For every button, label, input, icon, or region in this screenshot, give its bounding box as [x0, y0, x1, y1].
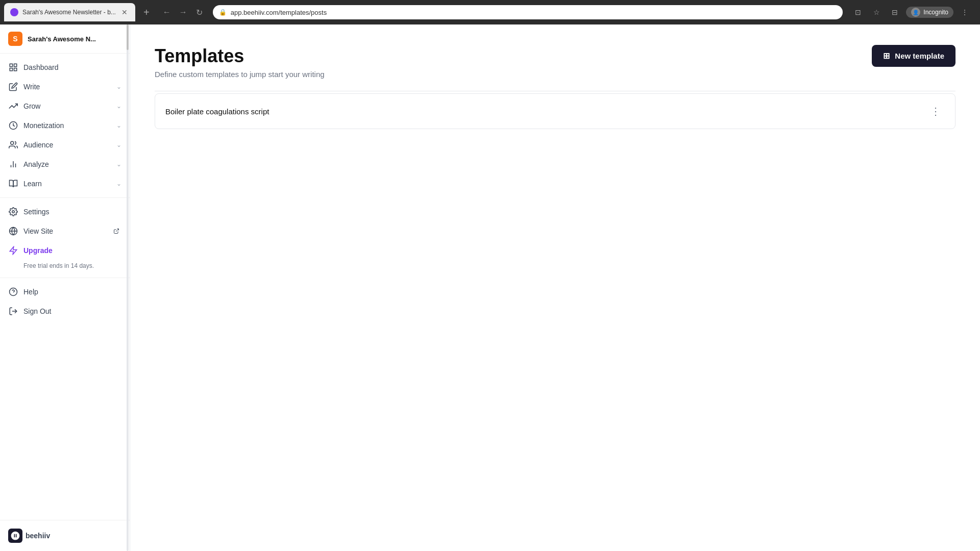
- incognito-icon: 👤: [911, 8, 920, 17]
- learn-icon: [8, 179, 18, 189]
- svg-rect-2: [10, 68, 12, 71]
- address-text: app.beehiiv.com/templates/posts: [231, 9, 837, 16]
- sidebar-item-sign-out[interactable]: Sign Out: [0, 302, 130, 321]
- tab-favicon: [10, 8, 18, 16]
- analyze-icon: [8, 159, 18, 169]
- monetization-icon: [8, 120, 18, 131]
- upgrade-label: Upgrade: [23, 246, 121, 255]
- newsletter-name: Sarah's Awesome N...: [28, 35, 96, 43]
- grow-label: Grow: [23, 102, 111, 110]
- sidebar-nav: Dashboard Write ⌄ Grow ⌄: [0, 54, 130, 520]
- sidebar-item-grow[interactable]: Grow ⌄: [0, 96, 130, 116]
- analyze-label: Analyze: [23, 160, 111, 168]
- audience-icon: [8, 140, 18, 150]
- learn-label: Learn: [23, 180, 111, 188]
- page-title-section: Templates Define custom templates to jum…: [155, 45, 325, 79]
- browser-chrome: Sarah's Awesome Newsletter - b... ✕ + ← …: [0, 0, 980, 24]
- app: S Sarah's Awesome N... Dashboard Write ⌄: [0, 24, 980, 551]
- cast-icon[interactable]: ⊡: [851, 5, 865, 19]
- sidebar-item-monetization[interactable]: Monetization ⌄: [0, 116, 130, 135]
- svg-marker-13: [10, 247, 17, 255]
- newsletter-avatar: S: [8, 32, 22, 46]
- browser-tab[interactable]: Sarah's Awesome Newsletter - b... ✕: [4, 3, 135, 21]
- svg-rect-3: [14, 68, 17, 71]
- sidebar-item-write[interactable]: Write ⌄: [0, 77, 130, 96]
- dashboard-label: Dashboard: [23, 63, 121, 71]
- sign-out-icon: [8, 306, 18, 316]
- incognito-badge[interactable]: 👤 Incognito: [906, 7, 953, 18]
- tab-close-button[interactable]: ✕: [120, 8, 129, 17]
- template-name: Boiler plate coagulations script: [165, 107, 269, 116]
- help-icon: [8, 287, 18, 297]
- beehiiv-logo: beehiiv: [8, 529, 50, 543]
- new-template-label: New template: [895, 52, 944, 60]
- sidebar-item-learn[interactable]: Learn ⌄: [0, 174, 130, 193]
- beehiiv-label: beehiiv: [26, 532, 50, 540]
- browser-nav: ← → ↻: [158, 5, 209, 19]
- browser-actions: ⊡ ☆ ⊟ 👤 Incognito ⋮: [847, 5, 976, 19]
- view-site-icon: [8, 226, 18, 236]
- write-icon: [8, 82, 18, 92]
- refresh-button[interactable]: ↻: [192, 5, 207, 19]
- dashboard-icon: [8, 62, 18, 72]
- template-list: Boiler plate coagulations script ⋮: [155, 93, 955, 129]
- help-label: Help: [23, 288, 121, 296]
- sign-out-label: Sign Out: [23, 307, 121, 315]
- new-tab-button[interactable]: +: [139, 5, 154, 19]
- more-options-icon[interactable]: ⋮: [958, 5, 972, 19]
- monetization-label: Monetization: [23, 121, 111, 130]
- back-button[interactable]: ←: [160, 5, 174, 19]
- sidebar-toggle-icon[interactable]: ⊟: [888, 5, 902, 19]
- template-btn-icon: ⊞: [883, 51, 890, 61]
- svg-rect-0: [10, 64, 12, 66]
- settings-label: Settings: [23, 208, 121, 216]
- external-link-icon: [111, 226, 121, 236]
- sidebar-scrollbar[interactable]: [126, 24, 130, 551]
- sidebar: S Sarah's Awesome N... Dashboard Write ⌄: [0, 24, 130, 551]
- svg-point-5: [11, 141, 14, 144]
- sidebar-item-settings[interactable]: Settings: [0, 202, 130, 221]
- learn-chevron-icon: ⌄: [116, 180, 121, 187]
- audience-label: Audience: [23, 141, 111, 149]
- sidebar-item-view-site[interactable]: View Site: [0, 221, 130, 241]
- main-content: Templates Define custom templates to jum…: [130, 24, 980, 551]
- sidebar-item-help[interactable]: Help: [0, 282, 130, 302]
- write-label: Write: [23, 83, 111, 91]
- trial-notice: Free trial ends in 14 days.: [0, 260, 130, 273]
- page-header: Templates Define custom templates to jum…: [155, 45, 955, 79]
- beehiiv-icon: [8, 529, 22, 543]
- analyze-chevron-icon: ⌄: [116, 161, 121, 168]
- page-subtitle: Define custom templates to jump start yo…: [155, 70, 325, 79]
- page-title: Templates: [155, 45, 325, 67]
- forward-button[interactable]: →: [176, 5, 190, 19]
- audience-chevron-icon: ⌄: [116, 141, 121, 148]
- sidebar-item-audience[interactable]: Audience ⌄: [0, 135, 130, 155]
- monetization-chevron-icon: ⌄: [116, 122, 121, 129]
- template-item: Boiler plate coagulations script ⋮: [155, 93, 955, 129]
- sidebar-header: S Sarah's Awesome N...: [0, 24, 130, 54]
- lightning-icon: [8, 245, 18, 256]
- svg-point-9: [12, 211, 15, 213]
- tab-title: Sarah's Awesome Newsletter - b...: [22, 9, 116, 16]
- new-template-button[interactable]: ⊞ New template: [872, 45, 955, 67]
- svg-rect-1: [14, 64, 17, 66]
- sidebar-item-dashboard[interactable]: Dashboard: [0, 58, 130, 77]
- grow-chevron-icon: ⌄: [116, 103, 121, 110]
- sidebar-item-analyze[interactable]: Analyze ⌄: [0, 155, 130, 174]
- svg-line-12: [116, 229, 119, 232]
- sidebar-footer: beehiiv: [0, 520, 130, 551]
- template-menu-button[interactable]: ⋮: [926, 103, 945, 119]
- sidebar-item-upgrade[interactable]: Upgrade: [0, 241, 130, 260]
- grow-icon: [8, 101, 18, 111]
- incognito-label: Incognito: [923, 9, 948, 16]
- write-chevron-icon: ⌄: [116, 83, 121, 90]
- templates-divider: [155, 91, 955, 91]
- lock-icon: 🔒: [219, 9, 227, 16]
- settings-icon: [8, 207, 18, 217]
- view-site-label: View Site: [23, 227, 104, 235]
- address-bar[interactable]: 🔒 app.beehiiv.com/templates/posts: [213, 5, 843, 19]
- bookmark-icon[interactable]: ☆: [869, 5, 884, 19]
